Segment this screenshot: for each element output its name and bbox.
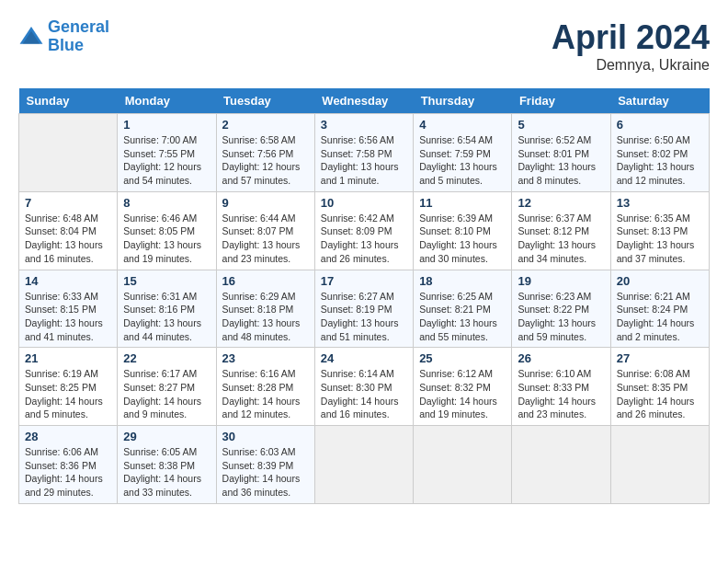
col-friday: Friday <box>512 88 610 114</box>
calendar-table: Sunday Monday Tuesday Wednesday Thursday… <box>18 88 710 504</box>
day-number: 16 <box>222 274 309 288</box>
calendar-cell: 15Sunrise: 6:31 AM Sunset: 8:16 PM Dayli… <box>118 270 216 348</box>
week-row-4: 21Sunrise: 6:19 AM Sunset: 8:25 PM Dayli… <box>19 348 710 426</box>
day-info: Sunrise: 6:10 AM Sunset: 8:33 PM Dayligh… <box>518 367 604 421</box>
calendar-cell: 16Sunrise: 6:29 AM Sunset: 8:18 PM Dayli… <box>216 270 314 348</box>
day-number: 21 <box>25 351 111 365</box>
calendar-cell <box>512 426 610 504</box>
day-number: 30 <box>222 430 309 443</box>
day-number: 12 <box>518 196 604 210</box>
day-number: 11 <box>419 196 506 210</box>
day-number: 17 <box>321 274 407 288</box>
day-info: Sunrise: 6:27 AM Sunset: 8:19 PM Dayligh… <box>321 290 407 344</box>
calendar-cell: 3Sunrise: 6:56 AM Sunset: 7:58 PM Daylig… <box>314 114 413 192</box>
day-number: 24 <box>321 351 407 365</box>
col-saturday: Saturday <box>610 88 709 114</box>
day-number: 25 <box>419 351 506 365</box>
day-number: 7 <box>25 196 111 210</box>
day-number: 27 <box>617 351 703 365</box>
logo-icon <box>18 24 44 50</box>
day-info: Sunrise: 6:52 AM Sunset: 8:01 PM Dayligh… <box>518 133 604 188</box>
day-info: Sunrise: 6:14 AM Sunset: 8:30 PM Dayligh… <box>321 367 407 421</box>
day-info: Sunrise: 6:06 AM Sunset: 8:36 PM Dayligh… <box>25 445 111 500</box>
day-info: Sunrise: 6:56 AM Sunset: 7:58 PM Dayligh… <box>321 133 407 188</box>
day-number: 19 <box>518 274 604 288</box>
page-header: General Blue April 2024 Demnya, Ukraine <box>18 18 710 74</box>
day-info: Sunrise: 6:48 AM Sunset: 8:04 PM Dayligh… <box>25 212 111 266</box>
week-row-2: 7Sunrise: 6:48 AM Sunset: 8:04 PM Daylig… <box>19 191 710 270</box>
day-info: Sunrise: 6:58 AM Sunset: 7:56 PM Dayligh… <box>222 133 309 188</box>
col-tuesday: Tuesday <box>216 88 314 114</box>
day-info: Sunrise: 6:46 AM Sunset: 8:05 PM Dayligh… <box>123 212 210 266</box>
calendar-cell: 6Sunrise: 6:50 AM Sunset: 8:02 PM Daylig… <box>610 114 709 192</box>
calendar-cell <box>314 426 413 504</box>
logo-text: General Blue <box>48 18 109 55</box>
day-info: Sunrise: 6:05 AM Sunset: 8:38 PM Dayligh… <box>123 445 210 500</box>
day-number: 26 <box>518 351 604 365</box>
calendar-cell: 1Sunrise: 7:00 AM Sunset: 7:55 PM Daylig… <box>118 114 216 192</box>
day-info: Sunrise: 6:33 AM Sunset: 8:15 PM Dayligh… <box>25 290 111 344</box>
col-thursday: Thursday <box>414 88 512 114</box>
calendar-cell: 17Sunrise: 6:27 AM Sunset: 8:19 PM Dayli… <box>314 270 413 348</box>
day-info: Sunrise: 6:50 AM Sunset: 8:02 PM Dayligh… <box>617 133 703 188</box>
day-number: 13 <box>617 196 703 210</box>
calendar-cell: 7Sunrise: 6:48 AM Sunset: 8:04 PM Daylig… <box>19 191 118 270</box>
day-info: Sunrise: 6:31 AM Sunset: 8:16 PM Dayligh… <box>123 290 210 344</box>
calendar-cell: 25Sunrise: 6:12 AM Sunset: 8:32 PM Dayli… <box>414 348 512 426</box>
calendar-cell: 18Sunrise: 6:25 AM Sunset: 8:21 PM Dayli… <box>414 270 512 348</box>
week-row-3: 14Sunrise: 6:33 AM Sunset: 8:15 PM Dayli… <box>19 270 710 348</box>
calendar-cell: 12Sunrise: 6:37 AM Sunset: 8:12 PM Dayli… <box>512 191 610 270</box>
calendar-cell: 4Sunrise: 6:54 AM Sunset: 7:59 PM Daylig… <box>414 114 512 192</box>
calendar-cell: 24Sunrise: 6:14 AM Sunset: 8:30 PM Dayli… <box>314 348 413 426</box>
calendar-cell: 21Sunrise: 6:19 AM Sunset: 8:25 PM Dayli… <box>19 348 118 426</box>
day-info: Sunrise: 6:03 AM Sunset: 8:39 PM Dayligh… <box>222 445 309 500</box>
calendar-cell: 10Sunrise: 6:42 AM Sunset: 8:09 PM Dayli… <box>314 191 413 270</box>
day-info: Sunrise: 6:16 AM Sunset: 8:28 PM Dayligh… <box>222 367 309 421</box>
day-info: Sunrise: 6:25 AM Sunset: 8:21 PM Dayligh… <box>419 290 506 344</box>
calendar-cell: 19Sunrise: 6:23 AM Sunset: 8:22 PM Dayli… <box>512 270 610 348</box>
day-number: 9 <box>222 196 309 210</box>
calendar-cell: 28Sunrise: 6:06 AM Sunset: 8:36 PM Dayli… <box>19 426 118 504</box>
calendar-cell: 23Sunrise: 6:16 AM Sunset: 8:28 PM Dayli… <box>216 348 314 426</box>
day-number: 23 <box>222 351 309 365</box>
calendar-cell: 8Sunrise: 6:46 AM Sunset: 8:05 PM Daylig… <box>118 191 216 270</box>
day-number: 15 <box>123 274 210 288</box>
day-number: 18 <box>419 274 506 288</box>
location: Demnya, Ukraine <box>552 57 710 74</box>
day-number: 22 <box>123 351 210 365</box>
day-info: Sunrise: 6:44 AM Sunset: 8:07 PM Dayligh… <box>222 212 309 266</box>
month-title: April 2024 <box>552 18 710 57</box>
day-number: 10 <box>321 196 407 210</box>
calendar-cell: 9Sunrise: 6:44 AM Sunset: 8:07 PM Daylig… <box>216 191 314 270</box>
calendar-cell: 29Sunrise: 6:05 AM Sunset: 8:38 PM Dayli… <box>118 426 216 504</box>
calendar-cell <box>414 426 512 504</box>
day-number: 6 <box>617 118 703 132</box>
day-number: 1 <box>123 118 210 132</box>
calendar-cell: 2Sunrise: 6:58 AM Sunset: 7:56 PM Daylig… <box>216 114 314 192</box>
day-number: 2 <box>222 118 309 132</box>
day-info: Sunrise: 6:42 AM Sunset: 8:09 PM Dayligh… <box>321 212 407 266</box>
day-number: 3 <box>321 118 407 132</box>
calendar-cell: 13Sunrise: 6:35 AM Sunset: 8:13 PM Dayli… <box>610 191 709 270</box>
day-number: 5 <box>518 118 604 132</box>
day-number: 4 <box>419 118 506 132</box>
calendar-cell <box>610 426 709 504</box>
calendar-cell: 5Sunrise: 6:52 AM Sunset: 8:01 PM Daylig… <box>512 114 610 192</box>
day-info: Sunrise: 6:37 AM Sunset: 8:12 PM Dayligh… <box>518 212 604 266</box>
title-block: April 2024 Demnya, Ukraine <box>552 18 710 74</box>
day-number: 14 <box>25 274 111 288</box>
calendar-cell: 27Sunrise: 6:08 AM Sunset: 8:35 PM Dayli… <box>610 348 709 426</box>
day-number: 29 <box>123 430 210 443</box>
logo: General Blue <box>18 18 109 55</box>
day-info: Sunrise: 6:21 AM Sunset: 8:24 PM Dayligh… <box>617 290 703 344</box>
calendar-cell <box>19 114 118 192</box>
header-row: Sunday Monday Tuesday Wednesday Thursday… <box>19 88 710 114</box>
col-wednesday: Wednesday <box>314 88 413 114</box>
week-row-1: 1Sunrise: 7:00 AM Sunset: 7:55 PM Daylig… <box>19 114 710 192</box>
calendar-cell: 20Sunrise: 6:21 AM Sunset: 8:24 PM Dayli… <box>610 270 709 348</box>
day-info: Sunrise: 6:19 AM Sunset: 8:25 PM Dayligh… <box>25 367 111 421</box>
week-row-5: 28Sunrise: 6:06 AM Sunset: 8:36 PM Dayli… <box>19 426 710 504</box>
calendar-cell: 14Sunrise: 6:33 AM Sunset: 8:15 PM Dayli… <box>19 270 118 348</box>
calendar-cell: 26Sunrise: 6:10 AM Sunset: 8:33 PM Dayli… <box>512 348 610 426</box>
calendar-cell: 30Sunrise: 6:03 AM Sunset: 8:39 PM Dayli… <box>216 426 314 504</box>
